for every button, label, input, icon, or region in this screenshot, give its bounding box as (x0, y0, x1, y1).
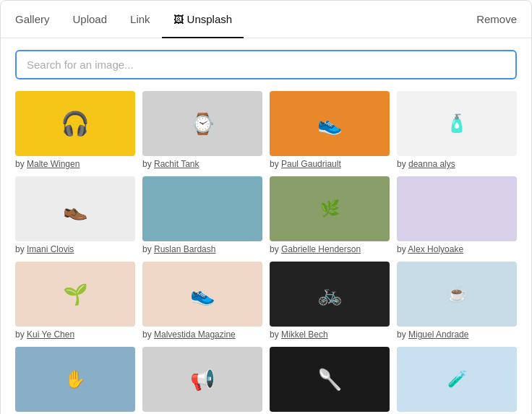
image-credit: by Miguel Andrade (397, 329, 517, 340)
tab-link-label: Link (130, 13, 150, 25)
author-link[interactable]: Miguel Andrade (408, 329, 468, 340)
tab-upload-label: Upload (73, 13, 108, 25)
list-item: 🥄 by (270, 347, 390, 414)
list-item: by Ruslan Bardash (142, 176, 262, 254)
search-area (1, 38, 531, 91)
image-thumbnail[interactable]: 👞 (15, 176, 135, 241)
author-link[interactable]: Malvestida Magazine (154, 329, 236, 340)
tab-link[interactable]: Link (119, 1, 162, 38)
image-credit: by Mikkel Bech (270, 329, 390, 340)
author-link[interactable]: Mikkel Bech (281, 329, 328, 340)
list-item: 👞 by Imani Clovis (15, 176, 135, 254)
image-credit: by Ruslan Bardash (142, 244, 262, 254)
list-item: ☕ by Miguel Andrade (397, 262, 517, 340)
image-credit: by deanna alys (397, 159, 517, 169)
author-link[interactable]: Kui Ye Chen (27, 329, 74, 340)
list-item: 👟 by Paul Gaudriault (270, 91, 390, 169)
author-link[interactable]: Imani Clovis (27, 244, 74, 254)
image-credit: by Rachit Tank (142, 159, 262, 169)
author-link[interactable]: Paul Gaudriault (281, 159, 341, 169)
image-thumbnail[interactable]: ✋ (15, 347, 135, 412)
tab-gallery-label: Gallery (15, 13, 50, 25)
list-item: ✋ by (15, 347, 135, 414)
image-credit: by Paul Gaudriault (270, 159, 390, 169)
image-thumbnail[interactable] (397, 176, 517, 241)
image-thumbnail[interactable]: 🌱 (15, 262, 135, 327)
list-item: by Alex Holyoake (397, 176, 517, 254)
header: Gallery Upload Link 🖼 Unsplash Remove (1, 1, 531, 38)
image-thumbnail[interactable]: 🧴 (397, 91, 517, 156)
list-item: ⌚ by Rachit Tank (142, 91, 262, 169)
image-thumbnail[interactable]: 🌿 (270, 176, 390, 241)
list-item: 🌱 by Kui Ye Chen (15, 262, 135, 340)
image-credit: by Malvestida Magazine (142, 329, 262, 340)
author-link[interactable]: Malte Wingen (27, 159, 80, 169)
list-item: 🧴 by deanna alys (397, 91, 517, 169)
list-item: 🚲 by Mikkel Bech (270, 262, 390, 340)
image-thumbnail[interactable] (142, 176, 262, 241)
tab-unsplash[interactable]: 🖼 Unsplash (162, 1, 244, 38)
list-item: 🧪 by (397, 347, 517, 414)
image-thumbnail[interactable]: 🎧 (15, 91, 135, 156)
image-thumbnail[interactable]: 🧪 (397, 347, 517, 412)
list-item: 📢 by (142, 347, 262, 414)
author-link[interactable]: Alex Holyoake (408, 244, 463, 254)
image-thumbnail[interactable]: 👟 (270, 91, 390, 156)
search-input[interactable] (15, 50, 517, 79)
list-item: 👟 by Malvestida Magazine (142, 262, 262, 340)
author-link[interactable]: Ruslan Bardash (154, 244, 215, 254)
image-credit: by Kui Ye Chen (15, 329, 135, 340)
image-thumbnail[interactable]: 👟 (142, 262, 262, 327)
image-credit: by Imani Clovis (15, 244, 135, 254)
tab-bar: Gallery Upload Link 🖼 Unsplash (15, 1, 244, 38)
image-grid: 🎧 by Malte Wingen ⌚ by Rachit Tank 👟 by … (1, 91, 531, 414)
image-thumbnail[interactable]: ⌚ (142, 91, 262, 156)
tab-upload[interactable]: Upload (61, 1, 119, 38)
unsplash-icon: 🖼 (173, 14, 184, 25)
list-item: 🌿 by Gabrielle Henderson (270, 176, 390, 254)
remove-button[interactable]: Remove (476, 13, 517, 25)
author-link[interactable]: Gabrielle Henderson (281, 244, 361, 254)
tab-unsplash-label: Unsplash (187, 13, 233, 25)
author-link[interactable]: deanna alys (408, 159, 455, 169)
image-credit: by Gabrielle Henderson (270, 244, 390, 254)
modal-container: Gallery Upload Link 🖼 Unsplash Remove 🎧 … (1, 1, 531, 414)
image-thumbnail[interactable]: 🚲 (270, 262, 390, 327)
image-thumbnail[interactable]: 🥄 (270, 347, 390, 412)
image-credit: by Alex Holyoake (397, 244, 517, 254)
list-item: 🎧 by Malte Wingen (15, 91, 135, 169)
tab-gallery[interactable]: Gallery (15, 1, 61, 38)
image-thumbnail[interactable]: 📢 (142, 347, 262, 412)
author-link[interactable]: Rachit Tank (154, 159, 199, 169)
image-thumbnail[interactable]: ☕ (397, 262, 517, 327)
image-credit: by Malte Wingen (15, 159, 135, 169)
